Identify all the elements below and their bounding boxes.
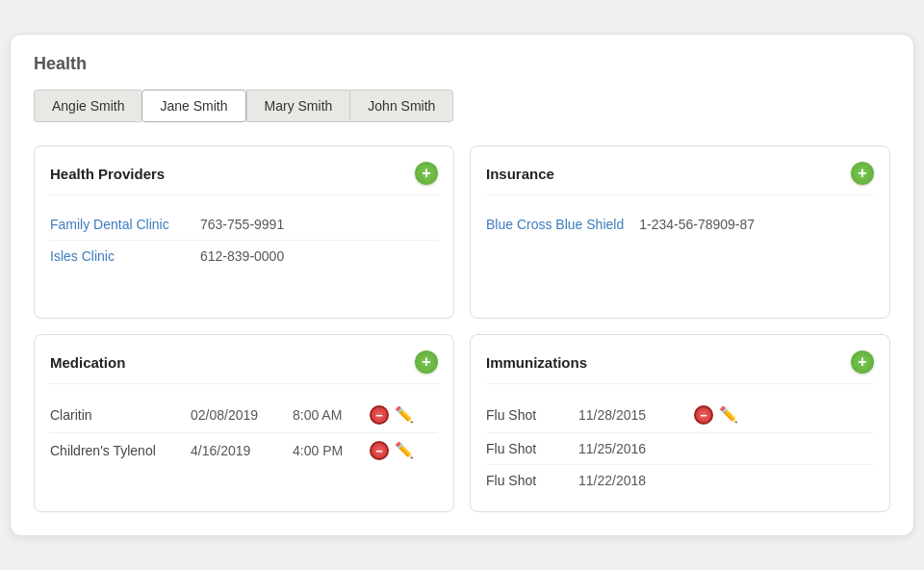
tab-john-smith[interactable]: John Smith: [349, 90, 453, 122]
health-providers-title: Health Providers: [50, 166, 165, 182]
add-insurance-button[interactable]: +: [851, 162, 874, 185]
immunization-name-2: Flu Shot: [486, 473, 563, 488]
immunizations-panel: Immunizations + Flu Shot 11/28/2015 − ✏️…: [470, 334, 890, 512]
edit-immunization-0-button[interactable]: ✏️: [719, 407, 738, 423]
immunizations-header: Immunizations +: [486, 350, 874, 384]
delete-immunization-0-button[interactable]: −: [694, 405, 713, 425]
tab-angie-smith[interactable]: Angie Smith: [34, 90, 141, 122]
main-card: Health Angie Smith Jane Smith Mary Smith…: [10, 34, 914, 536]
immunization-actions-0: − ✏️: [694, 405, 738, 425]
medication-date-0: 02/08/2019: [191, 407, 277, 423]
tab-bar: Angie Smith Jane Smith Mary Smith John S…: [34, 90, 890, 122]
medication-header: Medication +: [50, 350, 438, 384]
immunization-row-0: Flu Shot 11/28/2015 − ✏️: [486, 398, 874, 433]
add-medication-button[interactable]: +: [415, 350, 438, 374]
provider-phone-0: 763-755-9991: [200, 217, 284, 232]
provider-link-isles-clinic[interactable]: Isles Clinic: [50, 248, 185, 264]
medication-actions-1: − ✏️: [370, 441, 414, 460]
medication-name-0: Claritin: [50, 407, 175, 423]
insurance-row-0: Blue Cross Blue Shield 1-234-56-78909-87: [486, 209, 874, 240]
medication-name-1: Children's Tylenol: [50, 443, 175, 458]
delete-medication-0-button[interactable]: −: [370, 405, 389, 425]
immunization-date-0: 11/28/2015: [578, 407, 675, 423]
medication-row-1: Children's Tylenol 4/16/2019 4:00 PM − ✏…: [50, 433, 438, 468]
insurance-panel: Insurance + Blue Cross Blue Shield 1-234…: [470, 145, 890, 319]
insurance-policy-0: 1-234-56-78909-87: [639, 217, 755, 232]
provider-link-family-dental[interactable]: Family Dental Clinic: [50, 217, 185, 232]
delete-medication-1-button[interactable]: −: [370, 441, 389, 460]
edit-medication-0-button[interactable]: ✏️: [395, 407, 414, 423]
medication-actions-0: − ✏️: [370, 405, 414, 425]
insurance-header: Insurance +: [486, 162, 874, 195]
medication-row-0: Claritin 02/08/2019 8:00 AM − ✏️: [50, 398, 438, 433]
immunization-name-0: Flu Shot: [486, 407, 563, 423]
page-title: Health: [34, 54, 890, 74]
medication-date-1: 4/16/2019: [191, 443, 277, 458]
add-health-provider-button[interactable]: +: [415, 162, 438, 185]
edit-medication-1-button[interactable]: ✏️: [395, 443, 414, 458]
immunization-date-2: 11/22/2018: [578, 473, 675, 488]
medication-time-0: 8:00 AM: [293, 407, 350, 423]
medication-panel: Medication + Claritin 02/08/2019 8:00 AM…: [34, 334, 454, 512]
insurance-link-bcbs[interactable]: Blue Cross Blue Shield: [486, 217, 624, 232]
health-providers-header: Health Providers +: [50, 162, 438, 195]
immunization-row-2: Flu Shot 11/22/2018: [486, 465, 874, 496]
tab-mary-smith[interactable]: Mary Smith: [246, 90, 350, 122]
immunization-date-1: 11/25/2016: [578, 441, 675, 456]
immunization-name-1: Flu Shot: [486, 441, 563, 456]
health-providers-panel: Health Providers + Family Dental Clinic …: [34, 145, 454, 319]
immunizations-title: Immunizations: [486, 354, 587, 371]
tab-jane-smith[interactable]: Jane Smith: [141, 90, 245, 122]
medication-title: Medication: [50, 354, 125, 371]
provider-row-0: Family Dental Clinic 763-755-9991: [50, 209, 438, 241]
add-immunization-button[interactable]: +: [851, 350, 874, 374]
provider-row-1: Isles Clinic 612-839-0000: [50, 241, 438, 272]
provider-phone-1: 612-839-0000: [200, 248, 284, 264]
immunization-row-1: Flu Shot 11/25/2016: [486, 433, 874, 465]
insurance-title: Insurance: [486, 166, 554, 182]
medication-time-1: 4:00 PM: [293, 443, 350, 458]
content-grid: Health Providers + Family Dental Clinic …: [34, 145, 890, 512]
